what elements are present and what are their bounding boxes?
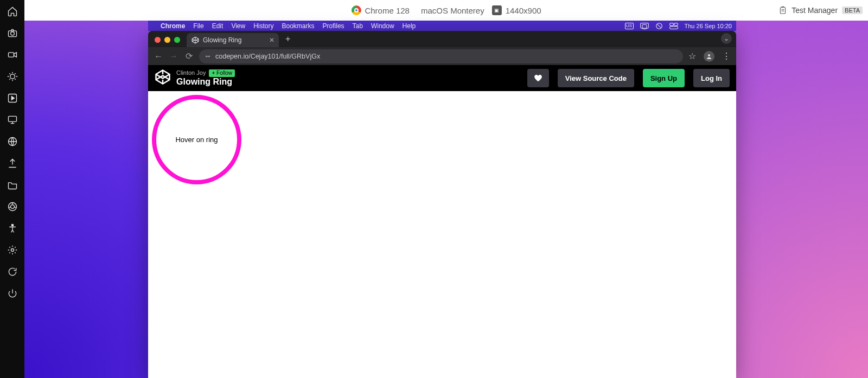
pen-author[interactable]: Clinton Joy: [176, 69, 206, 76]
menubar-item-help[interactable]: Help: [403, 22, 416, 30]
folder-icon[interactable]: [7, 179, 18, 191]
chrome-outline-icon[interactable]: [7, 201, 18, 213]
kebab-menu-icon[interactable]: ⋮: [722, 51, 731, 61]
resolution-icon: ▣: [492, 5, 502, 15]
browser-tab[interactable]: Glowing Ring ✕: [187, 33, 279, 47]
browser-chip: Chrome 128: [351, 5, 410, 15]
nav-forward-button: →: [169, 52, 178, 61]
svg-rect-2: [8, 53, 14, 57]
svg-rect-17: [669, 26, 678, 29]
address-bar[interactable]: codepen.io/Cejay101/full/GRbVjGx: [199, 49, 683, 63]
codepen-header: Clinton Joy + Follow Glowing Ring View S…: [148, 65, 736, 91]
chrome-toolbar: ← → ⟳ codepen.io/Cejay101/full/GRbVjGx ☆…: [148, 47, 736, 65]
svg-point-8: [10, 205, 14, 209]
glowing-ring[interactable]: Hover on ring: [152, 95, 241, 184]
heart-icon: [534, 74, 542, 82]
harness-left-rail: [0, 0, 24, 378]
resolution-chip: ▣ 1440x900: [492, 5, 541, 15]
traffic-zoom-icon[interactable]: [174, 37, 180, 43]
menubar-item-tab[interactable]: Tab: [353, 22, 363, 30]
menubar-item-profiles[interactable]: Profiles: [323, 22, 344, 30]
menubar-item-edit[interactable]: Edit: [212, 22, 224, 30]
ring-text: Hover on ring: [175, 136, 218, 144]
window-traffic-lights: [152, 37, 183, 47]
menubar-item-view[interactable]: View: [231, 22, 245, 30]
follow-button[interactable]: + Follow: [209, 69, 235, 77]
pen-output: Hover on ring: [148, 91, 736, 378]
monitor-icon[interactable]: [7, 114, 18, 126]
nav-back-button[interactable]: ←: [154, 52, 163, 61]
test-manager-label[interactable]: Test Manager: [792, 6, 838, 15]
globe-icon[interactable]: [7, 136, 18, 148]
tab-close-icon[interactable]: ✕: [269, 36, 275, 44]
url-text: codepen.io/Cejay101/full/GRbVjGx: [215, 53, 320, 60]
view-source-button[interactable]: View Source Code: [558, 69, 634, 87]
beta-badge: BETA: [842, 7, 863, 14]
svg-rect-11: [781, 8, 786, 14]
macos-menubar: Chrome File Edit View History Bookmarks …: [148, 21, 736, 31]
harness-top-bar: Chrome 128 macOS Monterey ▣ 1440x900 Tes…: [24, 0, 868, 21]
camera-icon[interactable]: [7, 27, 18, 39]
chrome-tabbar: Glowing Ring ✕ + ⌄: [148, 31, 736, 47]
settings-icon[interactable]: [7, 244, 18, 256]
clipboard-icon: [778, 6, 787, 15]
svg-point-18: [206, 56, 207, 57]
play-square-icon[interactable]: [7, 92, 18, 104]
codepen-logo-icon[interactable]: [155, 69, 171, 87]
chrome-icon: [351, 5, 361, 15]
screen-mirror-icon[interactable]: [640, 23, 649, 29]
person-icon: [706, 53, 712, 60]
svg-rect-15: [669, 23, 673, 25]
pen-title: Glowing Ring: [176, 77, 235, 87]
svg-point-1: [10, 32, 14, 36]
nav-reload-button[interactable]: ⟳: [184, 52, 194, 61]
codepen-favicon-icon: [192, 36, 199, 44]
menubar-datetime[interactable]: Thu 26 Sep 10:20: [685, 23, 732, 29]
video-icon[interactable]: [7, 49, 18, 61]
upload-icon[interactable]: [7, 157, 18, 169]
tab-title: Glowing Ring: [203, 36, 241, 44]
power-icon[interactable]: [7, 287, 18, 299]
svg-point-10: [11, 249, 14, 252]
profile-avatar-button[interactable]: [704, 51, 714, 62]
accessibility-icon[interactable]: [7, 222, 18, 234]
traffic-minimize-icon[interactable]: [164, 37, 170, 43]
tab-dropdown-button[interactable]: ⌄: [721, 33, 732, 44]
svg-rect-12: [640, 23, 648, 28]
like-button[interactable]: [527, 69, 549, 87]
nav-home-icon[interactable]: [7, 5, 18, 17]
signup-button[interactable]: Sign Up: [643, 69, 685, 87]
site-info-icon[interactable]: [205, 53, 211, 60]
traffic-close-icon[interactable]: [155, 37, 161, 43]
login-button[interactable]: Log In: [693, 69, 730, 87]
svg-rect-16: [674, 23, 678, 25]
chrome-window: Glowing Ring ✕ + ⌄ ← → ⟳ codepen.io/Ceja…: [148, 31, 736, 378]
keyboard-layout-icon[interactable]: US: [625, 23, 634, 29]
os-label: macOS Monterey: [421, 6, 484, 15]
bug-icon[interactable]: [7, 71, 18, 82]
browser-label: Chrome 128: [365, 6, 410, 15]
svg-point-19: [209, 56, 210, 57]
do-not-disturb-icon[interactable]: [655, 22, 663, 30]
svg-point-20: [708, 54, 710, 56]
svg-rect-5: [8, 116, 16, 121]
os-chip: macOS Monterey: [417, 6, 484, 15]
control-center-icon[interactable]: [669, 23, 678, 29]
new-tab-button[interactable]: +: [282, 34, 290, 47]
refresh-icon[interactable]: [7, 266, 18, 278]
menubar-app-name[interactable]: Chrome: [161, 22, 185, 30]
menubar-item-history[interactable]: History: [253, 22, 273, 30]
menubar-item-file[interactable]: File: [193, 22, 203, 30]
svg-point-3: [10, 74, 14, 79]
svg-point-9: [11, 225, 13, 226]
bookmark-star-icon[interactable]: ☆: [688, 51, 696, 61]
menubar-item-bookmarks[interactable]: Bookmarks: [282, 22, 315, 30]
menubar-item-window[interactable]: Window: [371, 22, 394, 30]
resolution-label: 1440x900: [506, 6, 541, 15]
